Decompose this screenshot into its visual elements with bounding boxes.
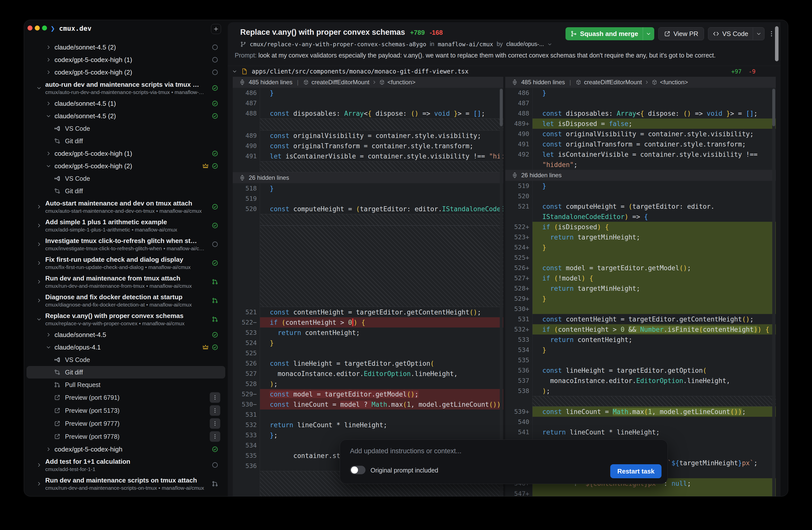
kebab-menu-button[interactable] [210, 431, 220, 442]
sidebar-item[interactable]: codex/gpt-5-codex-high (2) [24, 66, 228, 78]
alignment-gap [233, 161, 503, 172]
sidebar-item[interactable]: Git diff [24, 135, 228, 147]
sidebar-item-label: Git diff [65, 138, 83, 145]
hidden-lines-bar[interactable]: 485 hidden lines|createDiffEditorMount<f… [233, 77, 503, 88]
symbol-name: <function> [388, 79, 416, 86]
squash-merge-button[interactable]: Squash and merge [566, 27, 654, 40]
sidebar-item[interactable]: claude/sonnet-4.5 (2) [24, 41, 228, 54]
sidebar-item[interactable]: codex/gpt-5-codex-high (1) [24, 54, 228, 66]
chevron-down-icon[interactable] [548, 42, 552, 46]
chevron-right-icon[interactable] [37, 260, 42, 266]
chevron-right-icon[interactable] [37, 481, 42, 486]
kebab-menu-button[interactable] [210, 405, 220, 416]
merge-options-chevron-icon[interactable] [643, 27, 654, 40]
close-window-button[interactable] [28, 26, 32, 30]
window-scrollbar[interactable] [775, 26, 779, 61]
unfold-icon[interactable] [512, 79, 518, 85]
file-collapse-chevron-icon[interactable] [232, 69, 237, 74]
chevron-down-icon[interactable] [46, 163, 51, 169]
sidebar-item[interactable]: Replace v.any() with proper convex schem… [24, 310, 228, 329]
kebab-menu-button[interactable] [210, 418, 220, 429]
branch-name[interactable]: cmux/replace-v-any-with-proper-convex-sc… [250, 41, 426, 47]
sidebar-item[interactable]: Investigate tmux click-to-refresh glitch… [24, 235, 228, 254]
code-line: 486 } [505, 88, 776, 98]
chevron-down-icon[interactable] [46, 114, 51, 118]
file-header[interactable]: apps/client/src/components/monaco/monaco… [228, 66, 781, 77]
vscode-options-chevron-icon[interactable] [753, 28, 764, 40]
sidebar-item[interactable]: Diagnose and fix docker detection at sta… [24, 291, 228, 310]
code-line: 490 const originalVisibility = container… [505, 129, 776, 139]
chevron-right-icon[interactable] [46, 332, 51, 337]
sidebar-item[interactable]: claude/opus-4.1 [24, 341, 228, 354]
external-link-icon [54, 394, 60, 401]
diff-pane-original[interactable]: 485 hidden lines|createDiffEditorMount<f… [233, 77, 503, 497]
repo-name[interactable]: manaflow-ai/cmux [438, 41, 493, 47]
sidebar-item[interactable]: Preview (port 5173) [24, 404, 228, 417]
sidebar-item[interactable]: claude/sonnet-4.5 (1) [24, 97, 228, 110]
vscode-button[interactable]: VS Code [708, 27, 765, 40]
chevron-right-icon[interactable] [46, 447, 51, 452]
chevron-right-icon[interactable] [46, 45, 51, 50]
chevron-right-icon[interactable] [46, 70, 51, 75]
sidebar-item[interactable]: Pull Request [24, 378, 228, 391]
sidebar-item[interactable]: claude/sonnet-4.5 [24, 329, 228, 341]
sidebar-item[interactable]: Preview (port 6791) [24, 391, 228, 404]
chevron-down-icon[interactable] [37, 86, 42, 90]
chevron-right-icon[interactable] [37, 204, 42, 209]
prompt-label: Prompt: [235, 52, 257, 59]
kebab-menu-button[interactable] [210, 392, 220, 403]
zoom-window-button[interactable] [42, 26, 47, 30]
line-number: 530+ [505, 305, 532, 313]
sidebar-item[interactable]: codex/gpt-5-codex-high (1) [24, 147, 228, 160]
sidebar-item[interactable]: Git diff [27, 366, 225, 378]
sidebar-item[interactable]: codex/gpt-5-codex-high [24, 443, 228, 456]
sidebar-item[interactable]: VS Code [24, 354, 228, 366]
view-pr-button[interactable]: View PR [658, 27, 704, 40]
sidebar-item[interactable]: auto-run dev and maintenance scripts via… [24, 78, 228, 97]
sidebar-item[interactable]: Git diff [24, 185, 228, 197]
file-deletions: -9 [749, 68, 755, 75]
code-text: const contentHeight = targetEditor.getCo… [260, 307, 503, 317]
sidebar-item[interactable]: Add test for 1+1 calculationcmux/add-tes… [24, 456, 228, 474]
unfold-icon[interactable] [239, 175, 245, 181]
chevron-right-icon[interactable] [37, 242, 42, 247]
new-task-button[interactable] [211, 24, 221, 34]
chevron-right-icon[interactable] [46, 101, 51, 106]
minimize-window-button[interactable] [35, 26, 40, 30]
sidebar-item[interactable]: Auto-start maintenance and dev on tmux a… [24, 197, 228, 216]
chevron-down-icon[interactable] [37, 317, 42, 322]
sidebar-item[interactable]: VS Code [24, 172, 228, 185]
chevron-right-icon[interactable] [37, 462, 42, 468]
restart-task-button[interactable]: Restart task [610, 464, 662, 478]
pane-scrollbar[interactable] [500, 88, 503, 496]
sidebar-item[interactable]: Fix first-run update check and dialog di… [24, 254, 228, 272]
agent-name[interactable]: claude/opus-... [506, 41, 544, 47]
sidebar-item[interactable]: Add simple 1 plus 1 arithmetic examplecm… [24, 216, 228, 235]
sidebar-item[interactable]: Preview (port 9778) [24, 430, 228, 443]
header-kebab-icon[interactable] [768, 30, 775, 37]
pane-scrollbar[interactable] [772, 88, 775, 496]
instructions-input[interactable]: Add updated instructions or context... [350, 447, 462, 455]
sidebar-item[interactable]: codex/gpt-5-codex-high (2) [24, 160, 228, 172]
hidden-lines-bar[interactable]: 485 hidden lines|createDiffEditorMount<f… [505, 77, 776, 88]
chevron-right-icon[interactable] [37, 298, 42, 303]
chevron-right-icon[interactable] [37, 279, 42, 284]
code-text: let isDisposed = false; [532, 118, 776, 129]
sidebar-item[interactable]: Run dev and maintenance scripts on tmux … [24, 474, 228, 493]
chevron-down-icon[interactable] [46, 345, 51, 350]
diff-pane-modified[interactable]: 485 hidden lines|createDiffEditorMount<f… [505, 77, 776, 497]
unfold-icon[interactable] [512, 172, 518, 178]
chevron-right-icon[interactable] [46, 57, 51, 62]
hidden-lines-bar[interactable]: 26 hidden lines [505, 170, 776, 181]
sidebar-item[interactable]: Run dev and maintenance from tmux attach… [24, 272, 228, 291]
chevron-right-icon[interactable] [46, 151, 51, 156]
sidebar-item[interactable]: claude/sonnet-4.5 (2) [24, 110, 228, 122]
code-line: IStandaloneCodeEditor) => { [505, 212, 776, 222]
code-text: } [532, 88, 776, 98]
unfold-icon[interactable] [239, 79, 245, 85]
original-prompt-toggle[interactable] [350, 466, 365, 474]
chevron-right-icon[interactable] [37, 223, 42, 228]
sidebar-item[interactable]: VS Code [24, 122, 228, 135]
hidden-lines-bar[interactable]: 26 hidden lines [233, 172, 503, 183]
sidebar-item[interactable]: Preview (port 9777) [24, 417, 228, 430]
